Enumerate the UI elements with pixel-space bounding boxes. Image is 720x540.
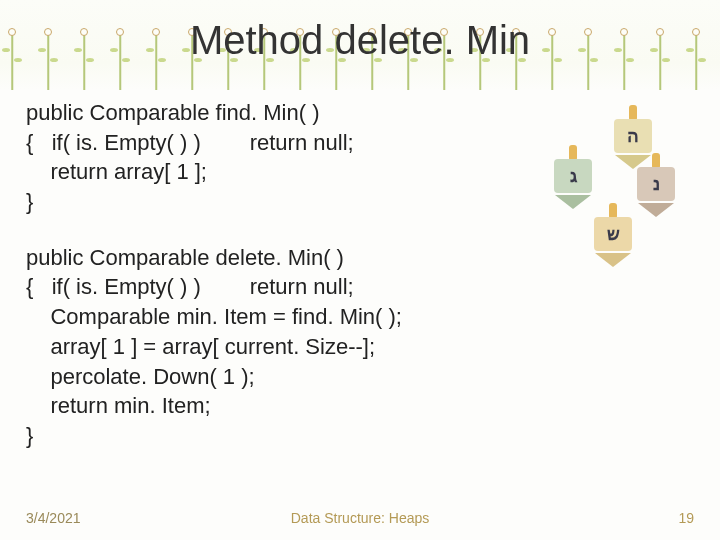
footer-page-number: 19 [678, 510, 694, 526]
code-line: Comparable min. Item = find. Min( ); [26, 302, 700, 332]
dreidel-letter: ה [610, 125, 656, 147]
dreidel-letter: ש [590, 223, 636, 245]
code-line: } [26, 421, 700, 451]
code-line: percolate. Down( 1 ); [26, 362, 700, 392]
dreidel-icon: ג [550, 145, 596, 207]
code-line: return min. Item; [26, 391, 700, 421]
dreidel-icon: נ [633, 153, 679, 215]
footer-date: 3/4/2021 [26, 510, 81, 526]
dreidel-letter: ג [550, 165, 596, 187]
code-line: array[ 1 ] = array[ current. Size--]; [26, 332, 700, 362]
footer-title: Data Structure: Heaps [291, 510, 430, 526]
dreidel-letter: נ [633, 173, 679, 195]
slide-footer: 3/4/2021 Data Structure: Heaps 19 [0, 510, 720, 526]
dreidel-clipart: ה ג נ ש [538, 95, 688, 280]
dreidel-icon: ש [590, 203, 636, 265]
slide-title: Method delete. Min [0, 18, 720, 63]
